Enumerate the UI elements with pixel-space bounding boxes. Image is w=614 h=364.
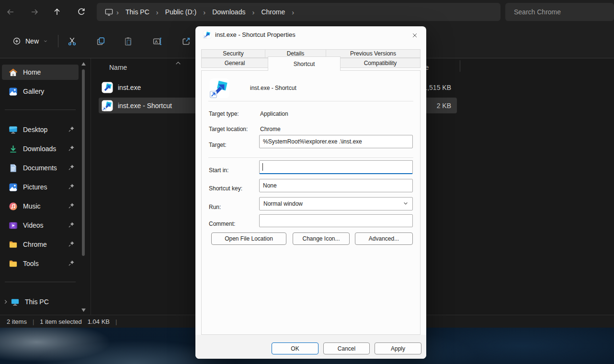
breadcrumb-chrome[interactable]: Chrome: [255, 3, 291, 21]
rename-button[interactable]: A: [148, 32, 167, 51]
tab-label: Shortcut: [294, 61, 315, 67]
sidebar-item-label: Desktop: [23, 126, 47, 133]
search-input[interactable]: [505, 3, 614, 21]
sidebar-item-music[interactable]: Music: [2, 199, 79, 214]
ok-button[interactable]: OK: [272, 342, 318, 354]
status-divider: |: [115, 318, 117, 325]
status-selection: 1 item selected: [40, 318, 81, 325]
paste-button[interactable]: [118, 32, 137, 51]
file-name: inst.exe: [118, 84, 141, 91]
new-button[interactable]: New: [8, 33, 53, 49]
shortcut-tab-panel: inst.exe - Shortcut Target type: Applica…: [201, 70, 421, 335]
target-input[interactable]: [259, 135, 413, 148]
shortcut-key-label: Shortcut key:: [209, 185, 242, 192]
start-in-input[interactable]: [259, 160, 413, 174]
chevron-down-icon: [43, 39, 48, 44]
close-button[interactable]: [408, 29, 422, 42]
breadcrumb-separator: ›: [115, 8, 120, 16]
toolbar-divider: [58, 35, 58, 47]
target-label: Target:: [209, 142, 227, 148]
sidebar-item-desktop[interactable]: Desktop: [2, 122, 79, 137]
target-location-label: Target location:: [209, 126, 248, 132]
desktop-icon: [9, 125, 18, 134]
shortcut-properties-dialog: inst.exe - Shortcut Properties Security …: [195, 26, 426, 359]
file-name: inst.exe - Shortcut: [118, 102, 172, 110]
forward-button[interactable]: [27, 5, 42, 19]
cancel-button[interactable]: Cancel: [323, 342, 370, 354]
comment-label: Comment:: [209, 221, 235, 227]
documents-icon: [9, 164, 18, 173]
up-button[interactable]: [49, 5, 65, 19]
scroll-up-arrow[interactable]: [80, 61, 86, 66]
dialog-app-icon: [203, 31, 211, 39]
tab-label: Security: [223, 50, 243, 57]
desktop: › This PC › Public (D:) › Downloads › Ch…: [0, 0, 614, 364]
inst-exe-app-icon: [102, 82, 113, 93]
back-arrow-icon: [6, 7, 15, 17]
column-header-name[interactable]: Name: [109, 64, 127, 71]
button-label: OK: [291, 345, 299, 352]
tab-general[interactable]: General: [201, 58, 268, 68]
run-dropdown[interactable]: Normal window: [259, 197, 413, 210]
comment-input[interactable]: [259, 214, 413, 227]
status-divider: |: [33, 318, 34, 325]
pin-icon: [68, 202, 75, 210]
chevron-down-icon: [403, 200, 409, 208]
sidebar-item-label: Videos: [23, 221, 44, 229]
breadcrumb-downloads[interactable]: Downloads: [206, 3, 251, 21]
status-selection-size: 1.04 KB: [88, 318, 110, 325]
tab-shortcut[interactable]: Shortcut: [268, 56, 341, 71]
new-button-label: New: [25, 37, 39, 45]
sidebar-item-pictures[interactable]: Pictures: [2, 179, 79, 195]
sidebar-item-tools[interactable]: Tools: [2, 256, 79, 271]
sidebar-item-this-pc[interactable]: This PC: [2, 294, 79, 309]
sidebar: Home Gallery Desktop: [0, 58, 91, 315]
column-divider[interactable]: [460, 60, 460, 72]
tab-compatibility[interactable]: Compatibility: [340, 58, 421, 68]
cut-icon: [67, 36, 77, 46]
search-box: [505, 3, 614, 21]
sidebar-item-label: Documents: [23, 164, 57, 172]
run-dropdown-value: Normal window: [263, 200, 303, 207]
sidebar-item-label: Pictures: [23, 183, 47, 191]
tab-security[interactable]: Security: [201, 49, 265, 58]
breadcrumb-separator: ›: [155, 8, 159, 16]
file-size: 1,515 KB: [423, 84, 451, 91]
shortcut-key-input[interactable]: [259, 179, 413, 192]
sidebar-item-chrome[interactable]: Chrome: [2, 237, 79, 252]
plus-circle-icon: [12, 37, 21, 45]
sidebar-item-videos[interactable]: Videos: [2, 218, 79, 233]
back-button[interactable]: [3, 5, 18, 19]
text-cursor: [262, 163, 263, 171]
change-icon-button[interactable]: Change Icon...: [293, 232, 350, 245]
sidebar-item-label: Home: [23, 68, 41, 76]
apply-button[interactable]: Apply: [375, 342, 421, 354]
sidebar-item-label: Gallery: [23, 88, 44, 95]
shortcut-name: inst.exe - Shortcut: [250, 85, 296, 91]
breadcrumb-separator: ›: [291, 8, 295, 16]
button-label: Advanced...: [369, 235, 399, 242]
divider: [208, 101, 413, 101]
share-button[interactable]: [176, 32, 195, 51]
address-bar[interactable]: › This PC › Public (D:) › Downloads › Ch…: [97, 3, 500, 21]
open-file-location-button[interactable]: Open File Location: [211, 232, 286, 245]
sidebar-scrollbar[interactable]: [82, 69, 85, 256]
close-icon: [411, 32, 418, 39]
cut-button[interactable]: [62, 32, 81, 51]
shortcut-large-icon: [209, 78, 230, 99]
button-label: Apply: [391, 345, 405, 352]
breadcrumb-public-d[interactable]: Public (D:): [159, 3, 202, 21]
sidebar-item-documents[interactable]: Documents: [2, 160, 79, 176]
home-icon: [9, 68, 18, 77]
copy-button[interactable]: [91, 32, 110, 51]
advanced-button[interactable]: Advanced...: [355, 232, 413, 245]
sidebar-item-gallery[interactable]: Gallery: [2, 84, 79, 99]
file-size: 2 KB: [437, 102, 451, 110]
folder-icon: [9, 240, 18, 249]
scroll-down-arrow[interactable]: [80, 308, 86, 312]
refresh-button[interactable]: [74, 5, 89, 19]
breadcrumb-this-pc[interactable]: This PC: [120, 3, 155, 21]
paste-icon: [123, 36, 133, 46]
sidebar-item-home[interactable]: Home: [2, 65, 79, 80]
sidebar-item-downloads[interactable]: Downloads: [2, 141, 79, 156]
